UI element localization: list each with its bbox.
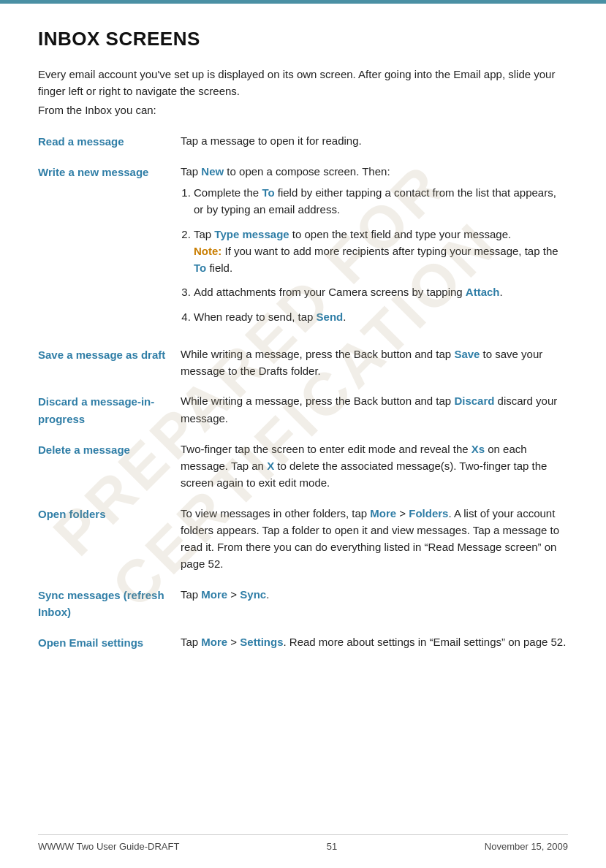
- to-keyword-2: To: [194, 262, 206, 274]
- sync-keyword: Sync: [240, 588, 266, 601]
- page-title: INBOX SCREENS: [38, 28, 568, 50]
- write-step-1: Complete the To field by either tapping …: [194, 184, 568, 218]
- content-table: Read a message Tap a message to open it …: [38, 132, 568, 665]
- new-keyword: New: [201, 165, 224, 178]
- note-label: Note:: [194, 245, 221, 257]
- write-steps-list: Complete the To field by either tapping …: [194, 184, 568, 325]
- desc-discard-message: While writing a message, press the Back …: [181, 392, 568, 441]
- x-keyword: X: [267, 460, 274, 472]
- to-keyword-1: To: [262, 186, 274, 199]
- folders-keyword: Folders: [409, 507, 448, 519]
- write-step-2: Tap Type message to open the text field …: [194, 226, 568, 277]
- row-email-settings: Open Email settings Tap More > Settings.…: [38, 633, 568, 664]
- desc-sync-messages: Tap More > Sync.: [181, 586, 568, 634]
- top-border: [0, 0, 606, 4]
- label-save-draft: Save a message as draft: [38, 346, 181, 393]
- desc-write-message: Tap New to open a compose screen. Then: …: [181, 163, 568, 346]
- label-sync-messages: Sync messages (refresh Inbox): [38, 586, 181, 634]
- more-keyword-3: More: [201, 636, 227, 648]
- label-open-folders: Open folders: [38, 505, 181, 586]
- attach-keyword: Attach: [466, 286, 500, 298]
- row-open-folders: Open folders To view messages in other f…: [38, 505, 568, 586]
- page: PREPARED FORCERTIFICATION INBOX SCREENS …: [0, 0, 606, 868]
- desc-read-message: Tap a message to open it for reading.: [181, 132, 568, 163]
- settings-keyword: Settings: [240, 636, 283, 648]
- write-step-4: When ready to send, tap Send.: [194, 308, 568, 325]
- label-email-settings: Open Email settings: [38, 633, 181, 664]
- save-keyword: Save: [454, 348, 480, 360]
- discard-keyword: Discard: [454, 395, 494, 407]
- type-message-keyword: Type message: [214, 228, 289, 240]
- footer-right: November 15, 2009: [485, 841, 568, 852]
- desc-delete-message: Two-finger tap the screen to enter edit …: [181, 441, 568, 505]
- row-sync-messages: Sync messages (refresh Inbox) Tap More >…: [38, 586, 568, 634]
- row-delete-message: Delete a message Two-finger tap the scre…: [38, 441, 568, 505]
- write-step-3: Add attachments from your Camera screens…: [194, 283, 568, 300]
- label-discard-message: Discard a message-in-progress: [38, 392, 181, 441]
- desc-save-draft: While writing a message, press the Back …: [181, 346, 568, 393]
- xs-keyword: Xs: [471, 443, 485, 455]
- label-delete-message: Delete a message: [38, 441, 181, 505]
- footer-page-number: 51: [327, 841, 337, 852]
- row-save-draft: Save a message as draft While writing a …: [38, 346, 568, 393]
- label-read-message: Read a message: [38, 132, 181, 163]
- from-text: From the Inbox you can:: [38, 102, 568, 119]
- row-discard-message: Discard a message-in-progress While writ…: [38, 392, 568, 441]
- desc-email-settings: Tap More > Settings. Read more about set…: [181, 633, 568, 664]
- desc-open-folders: To view messages in other folders, tap M…: [181, 505, 568, 586]
- more-keyword-2: More: [201, 588, 227, 601]
- label-write-message: Write a new message: [38, 163, 181, 346]
- more-keyword-1: More: [370, 507, 396, 519]
- row-read-message: Read a message Tap a message to open it …: [38, 132, 568, 163]
- row-write-message: Write a new message Tap New to open a co…: [38, 163, 568, 346]
- intro-paragraph: Every email account you've set up is dis…: [38, 66, 568, 99]
- footer: WWWW Two User Guide-DRAFT 51 November 15…: [38, 834, 568, 852]
- footer-left: WWWW Two User Guide-DRAFT: [38, 841, 179, 852]
- send-keyword: Send: [317, 311, 344, 323]
